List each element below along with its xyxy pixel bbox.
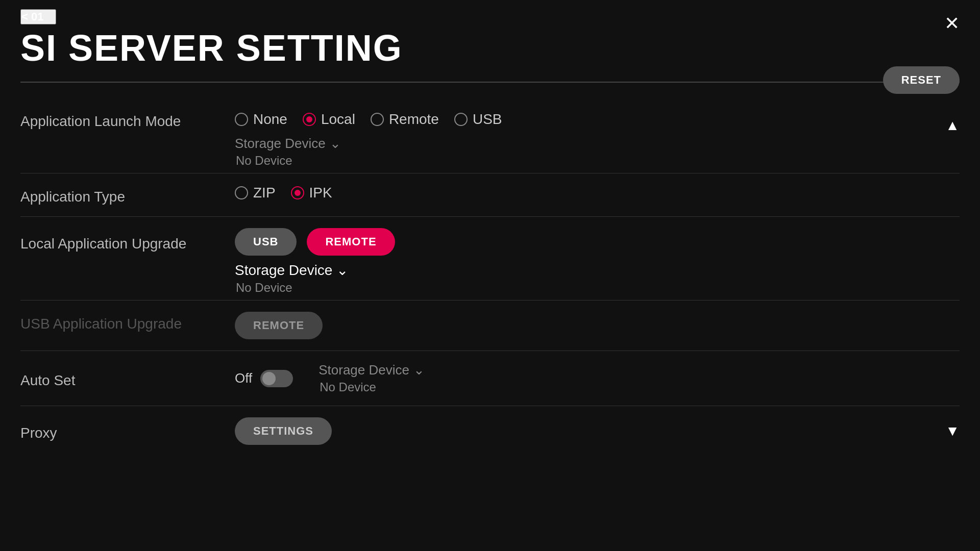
launch-mode-storage-dropdown[interactable]: Storage Device ⌄ — [235, 136, 960, 152]
proxy-expand-button[interactable]: ▼ — [945, 423, 960, 439]
local-app-upgrade-section: Local Application Upgrade USB REMOTE Sto… — [20, 217, 960, 300]
application-type-label: Application Type — [20, 185, 235, 205]
local-upgrade-no-device: No Device — [236, 281, 960, 295]
proxy-settings-button[interactable]: SETTINGS — [235, 417, 332, 445]
auto-set-toggle-group: Off — [235, 370, 293, 387]
usb-app-upgrade-row: USB Application Upgrade REMOTE — [20, 300, 960, 350]
launch-mode-local-label: Local — [321, 111, 355, 128]
local-upgrade-remote-button[interactable]: REMOTE — [307, 228, 395, 256]
usb-upgrade-remote-button[interactable]: REMOTE — [235, 312, 323, 339]
app-type-zip[interactable]: ZIP — [235, 185, 276, 201]
launch-mode-remote[interactable]: Remote — [371, 111, 439, 128]
app-type-ipk-radio[interactable] — [291, 186, 304, 199]
back-label: < 01 — [21, 10, 43, 23]
proxy-expand-icon: ▼ — [945, 423, 960, 439]
collapse-icon: ▲ — [945, 117, 960, 133]
page-title: SI SERVER SETTING — [0, 24, 980, 71]
auto-set-storage-section: Storage Device ⌄ No Device — [318, 362, 425, 394]
auto-set-storage-dropdown[interactable]: Storage Device ⌄ — [318, 362, 425, 378]
app-type-zip-radio[interactable] — [235, 186, 248, 199]
settings-content: Application Launch Mode None Local Remot… — [0, 83, 980, 471]
launch-mode-options: None Local Remote USB — [235, 111, 960, 128]
local-upgrade-storage-chevron: ⌄ — [336, 262, 348, 279]
reset-button[interactable]: RESET — [883, 66, 960, 94]
launch-mode-none-label: None — [253, 111, 287, 128]
launch-mode-storage-section: Storage Device ⌄ No Device — [235, 136, 960, 168]
launch-mode-storage-label: Storage Device — [235, 136, 326, 152]
application-launch-mode-label: Application Launch Mode — [20, 109, 235, 130]
launch-mode-none-radio[interactable] — [235, 113, 248, 126]
launch-mode-no-device: No Device — [236, 154, 960, 168]
launch-mode-local-radio[interactable] — [303, 113, 316, 126]
auto-set-toggle[interactable] — [260, 370, 293, 387]
local-upgrade-usb-button[interactable]: USB — [235, 228, 297, 256]
auto-set-controls: Off Storage Device ⌄ No Device — [235, 362, 960, 394]
auto-set-storage-chevron: ⌄ — [413, 362, 425, 378]
app-type-ipk[interactable]: IPK — [291, 185, 332, 201]
launch-mode-usb[interactable]: USB — [454, 111, 502, 128]
back-button[interactable]: < 01 — [20, 9, 56, 24]
auto-set-no-device: No Device — [320, 380, 425, 394]
local-upgrade-storage-dropdown[interactable]: Storage Device ⌄ — [235, 262, 960, 279]
application-type-row: Application Type ZIP IPK — [20, 173, 960, 216]
launch-mode-remote-label: Remote — [389, 111, 439, 128]
local-app-upgrade-row: Local Application Upgrade USB REMOTE — [20, 217, 960, 267]
app-type-zip-label: ZIP — [253, 185, 276, 201]
app-type-ipk-label: IPK — [309, 185, 332, 201]
local-upgrade-storage-section: Storage Device ⌄ No Device — [235, 262, 960, 295]
launch-mode-usb-radio[interactable] — [454, 113, 468, 126]
local-app-upgrade-label: Local Application Upgrade — [20, 232, 235, 252]
auto-set-label: Auto Set — [20, 368, 235, 389]
launch-mode-remote-radio[interactable] — [371, 113, 384, 126]
usb-app-upgrade-label: USB Application Upgrade — [20, 312, 235, 332]
application-launch-mode-section: Application Launch Mode None Local Remot… — [20, 98, 960, 173]
application-launch-mode-row: Application Launch Mode None Local Remot… — [20, 98, 960, 141]
collapse-button[interactable]: ▲ — [945, 117, 960, 134]
close-icon: ✕ — [944, 13, 960, 34]
local-upgrade-storage-label: Storage Device — [235, 262, 332, 279]
launch-mode-none[interactable]: None — [235, 111, 287, 128]
local-app-upgrade-controls: USB REMOTE — [235, 228, 960, 256]
proxy-label: Proxy — [20, 421, 235, 441]
usb-app-upgrade-controls: REMOTE — [235, 312, 960, 339]
auto-set-row: Auto Set Off Storage Device ⌄ No Device — [20, 351, 960, 406]
launch-mode-local[interactable]: Local — [303, 111, 355, 128]
application-type-options: ZIP IPK — [235, 185, 960, 201]
auto-set-off-label: Off — [235, 370, 252, 386]
launch-mode-usb-label: USB — [473, 111, 502, 128]
launch-mode-storage-chevron: ⌄ — [330, 136, 341, 152]
proxy-controls: SETTINGS — [235, 417, 960, 445]
auto-set-storage-label: Storage Device — [318, 362, 409, 378]
close-button[interactable]: ✕ — [944, 14, 960, 33]
proxy-row: Proxy SETTINGS ▼ — [20, 406, 960, 456]
